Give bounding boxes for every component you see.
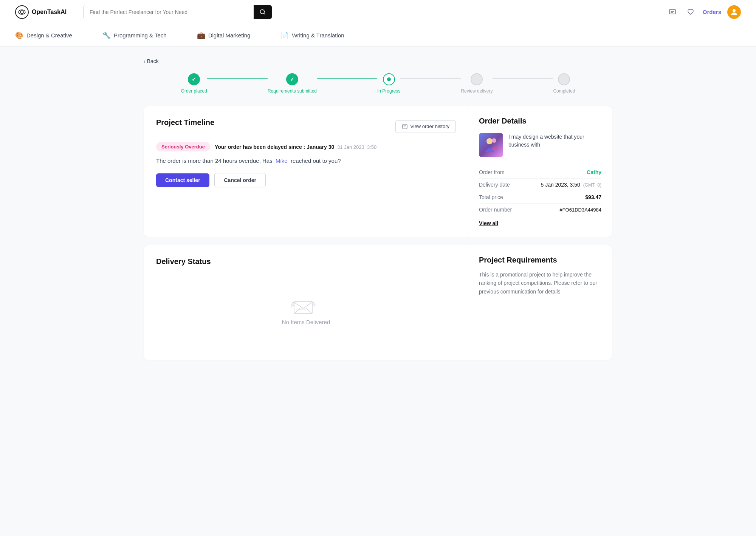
total-price-row: Total price $93.47 [479, 191, 601, 204]
view-history-label: View order history [410, 124, 449, 129]
step-label-5: Completed [553, 88, 575, 94]
orders-link[interactable]: Orders [703, 9, 721, 15]
step-circle-5 [558, 73, 570, 85]
header: OpenTaskAI Orders [0, 0, 756, 24]
total-price-value: $93.47 [585, 194, 601, 200]
design-icon: 🎨 [15, 31, 23, 40]
back-label: Back [147, 58, 159, 64]
back-chevron-icon: ‹ [144, 58, 146, 64]
search-button[interactable] [254, 5, 272, 19]
step-circle-2: ✓ [286, 73, 298, 85]
svg-rect-10 [479, 133, 503, 157]
delivery-date-row: Delivery date 5 Jan 2023, 3:50 (GMT+8) [479, 179, 601, 191]
progress-steps: ✓ Order placed ✓ Requirements submitted … [144, 73, 612, 94]
step-review: Review delivery [461, 73, 493, 94]
order-details-card: Order Details [468, 106, 612, 237]
project-timeline-title: Project Timeline [156, 118, 214, 127]
nav-label-design: Design & Creative [26, 32, 72, 39]
overdue-row: Seriously Overdue Your order has been de… [156, 142, 456, 151]
total-price-label: Total price [479, 194, 503, 200]
avatar[interactable] [727, 5, 741, 19]
project-requirements-card: Project Requirements This is a promotion… [468, 245, 612, 360]
seller-link[interactable]: Mike [276, 158, 288, 164]
project-requirements-title: Project Requirements [479, 256, 601, 264]
search-input[interactable] [84, 5, 254, 19]
svg-point-1 [20, 11, 23, 14]
svg-point-6 [387, 77, 391, 81]
svg-text:Nothing...: Nothing... [299, 308, 307, 310]
navigation: 🎨 Design & Creative 🔧 Programming & Tech… [0, 24, 756, 47]
steps-list: ✓ Order placed ✓ Requirements submitted … [181, 73, 575, 94]
marketing-icon: 💼 [197, 31, 205, 40]
logo-icon [15, 5, 29, 19]
nav-label-writing: Writing & Translation [292, 32, 344, 39]
svg-point-11 [486, 138, 493, 144]
message-icon[interactable] [666, 6, 679, 18]
history-icon [402, 124, 408, 130]
overdue-message-text: Your order has been delayed since : Janu… [215, 144, 334, 150]
step-completed: Completed [553, 73, 575, 94]
page-content: ‹ Back ✓ Order placed ✓ Requirements sub… [129, 47, 627, 372]
step-circle-1: ✓ [188, 73, 200, 85]
action-buttons: Contact seller Cancel order [156, 173, 456, 187]
order-product-description: I may design a website that your busines… [508, 133, 601, 149]
overdue-message: Your order has been delayed since : Janu… [215, 144, 376, 150]
project-timeline-card: Project Timeline View order history Seri… [144, 106, 468, 237]
nav-item-design[interactable]: 🎨 Design & Creative [15, 25, 72, 46]
svg-rect-4 [669, 9, 675, 14]
step-line-4 [493, 78, 553, 79]
order-number-label: Order number [479, 207, 512, 213]
order-product-row: I may design a website that your busines… [479, 133, 601, 157]
back-link[interactable]: ‹ Back [144, 58, 612, 64]
view-all-link[interactable]: View all [479, 220, 498, 226]
overdue-badge: Seriously Overdue [156, 142, 210, 151]
order-number-row: Order number #FO61DD3A44984 [479, 204, 601, 216]
logo[interactable]: OpenTaskAI [15, 5, 76, 19]
card-title-row: Project Timeline View order history [156, 118, 456, 134]
view-order-history-button[interactable]: View order history [395, 120, 456, 133]
header-actions: Orders [666, 5, 741, 19]
empty-envelope-icon: Nothing... [291, 296, 321, 319]
empty-delivery-text: No Items Delivered [282, 319, 330, 325]
svg-line-3 [264, 13, 265, 14]
step-line-2 [317, 78, 377, 79]
search-bar [83, 5, 272, 19]
svg-rect-13 [294, 301, 312, 314]
delivery-status-card: Delivery Status Nothing... No Items De [144, 245, 468, 360]
svg-point-12 [492, 138, 496, 143]
cancel-order-button[interactable]: Cancel order [214, 173, 266, 187]
project-requirements-text: This is a promotional project to help im… [479, 270, 601, 296]
overdue-body-text1: The order is more than 24 hours overdue,… [156, 158, 273, 164]
step-circle-4 [471, 73, 483, 85]
logo-text: OpenTaskAI [32, 9, 67, 15]
svg-point-5 [733, 9, 736, 12]
step-line-3 [400, 78, 461, 79]
order-thumbnail [479, 133, 503, 157]
delivery-status-title: Delivery Status [156, 257, 456, 266]
order-from-value: Cathy [587, 169, 601, 175]
programming-icon: 🔧 [102, 31, 111, 40]
step-in-progress: In Progress [377, 73, 400, 94]
heart-icon[interactable] [685, 6, 697, 18]
step-requirements: ✓ Requirements submitted [268, 73, 317, 94]
order-meta: Order from Cathy Delivery date 5 Jan 202… [479, 166, 601, 216]
step-order-placed: ✓ Order placed [181, 73, 207, 94]
order-details-title: Order Details [479, 117, 601, 125]
top-cards: Project Timeline View order history Seri… [144, 106, 612, 237]
nav-label-marketing: Digital Marketing [208, 32, 251, 39]
overdue-time: 31 Jan 2023, 3:50 [337, 144, 376, 150]
contact-seller-button[interactable]: Contact seller [156, 173, 209, 187]
step-circle-3 [383, 73, 395, 85]
bottom-cards: Delivery Status Nothing... No Items De [144, 245, 612, 360]
empty-state: Nothing... No Items Delivered [156, 273, 456, 348]
nav-item-marketing[interactable]: 💼 Digital Marketing [197, 25, 251, 46]
search-icon [260, 9, 266, 15]
delivery-date-timezone: (GMT+8) [583, 182, 601, 188]
nav-label-programming: Programming & Tech [114, 32, 167, 39]
order-number-value: #FO61DD3A44984 [559, 207, 601, 213]
nav-item-programming[interactable]: 🔧 Programming & Tech [102, 25, 167, 46]
order-from-row: Order from Cathy [479, 166, 601, 179]
step-line-1 [207, 78, 268, 79]
writing-icon: 📄 [280, 31, 289, 40]
nav-item-writing[interactable]: 📄 Writing & Translation [280, 25, 344, 46]
